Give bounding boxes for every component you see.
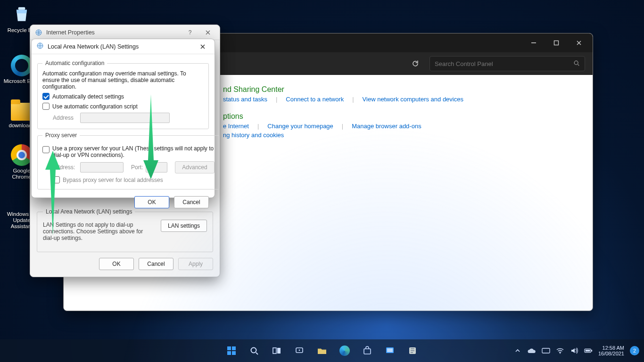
chat-button[interactable] — [290, 341, 309, 360]
address-label: Address — [53, 115, 77, 121]
auto-detect-checkbox[interactable] — [42, 93, 50, 100]
bypass-checkbox[interactable] — [53, 176, 60, 183]
ok-button[interactable]: OK — [99, 258, 134, 270]
taskbar[interactable]: 12:58 AM 16/08/2021 2 — [0, 339, 644, 362]
auto-config-legend: Automatic configuration — [42, 60, 107, 66]
proxy-port-input[interactable] — [146, 162, 167, 173]
svg-point-20 — [560, 353, 561, 354]
svg-rect-1 — [531, 42, 536, 43]
link-homepage[interactable]: Change your homepage — [267, 123, 333, 130]
svg-rect-17 — [387, 348, 393, 352]
tray-chevron-up-icon[interactable] — [513, 346, 522, 355]
proxy-address-label: Address: — [53, 164, 77, 171]
auto-detect-label: Automatically detect settings — [52, 93, 124, 100]
svg-rect-6 — [227, 346, 231, 350]
svg-point-10 — [251, 348, 256, 353]
proxy-address-input[interactable] — [80, 162, 124, 173]
section-links: ng history and cookies — [223, 132, 579, 139]
svg-rect-9 — [232, 351, 236, 355]
svg-point-3 — [574, 61, 578, 65]
svg-rect-0 — [18, 7, 25, 9]
close-button[interactable] — [201, 27, 215, 38]
desktop: Recycle Bin Microsoft Edge downloads Goo… — [0, 0, 644, 362]
explorer-button[interactable] — [313, 341, 331, 360]
globe-icon — [36, 42, 44, 51]
tray-keyboard-icon[interactable] — [542, 346, 550, 355]
tray-battery-icon[interactable] — [584, 346, 593, 355]
link-history[interactable]: ng history and cookies — [223, 132, 284, 139]
link-e-internet[interactable]: e Internet — [223, 123, 249, 130]
recycle-bin-icon — [10, 3, 33, 25]
globe-icon — [35, 29, 42, 36]
search-icon[interactable] — [573, 60, 580, 68]
tray-date: 16/08/2021 — [598, 351, 624, 356]
link-status-tasks[interactable]: status and tasks — [223, 96, 267, 103]
minimize-button[interactable] — [523, 35, 545, 50]
section-title-network[interactable]: nd Sharing Center — [223, 85, 579, 94]
port-label: Port: — [131, 164, 143, 171]
taskbar-app-1[interactable] — [380, 341, 399, 360]
help-button[interactable]: ? — [183, 27, 197, 38]
start-button[interactable] — [222, 341, 241, 360]
link-connect-net[interactable]: Connect to a network — [286, 96, 344, 103]
close-button[interactable] — [568, 35, 590, 50]
dialog-title: Internet Properties — [46, 29, 179, 36]
svg-rect-7 — [232, 346, 236, 350]
tray-time: 12:58 AM — [598, 345, 624, 351]
svg-rect-19 — [542, 348, 550, 353]
proxy-group: Proxy server Use a proxy server for your… — [37, 132, 220, 189]
taskbar-app-2[interactable] — [403, 341, 422, 360]
taskbar-center — [222, 341, 422, 360]
dialog-titlebar[interactable]: Local Area Network (LAN) Settings — [32, 39, 215, 54]
proxy-legend: Proxy server — [42, 132, 80, 139]
dialog-titlebar[interactable]: Internet Properties ? — [30, 25, 220, 40]
section-links: e Internet| Change your homepage| Manage… — [223, 123, 579, 130]
lan-group: Local Area Network (LAN) settings LAN Se… — [37, 208, 213, 252]
store-button[interactable] — [358, 341, 377, 360]
apply-button[interactable]: Apply — [178, 258, 213, 270]
lan-settings-button[interactable]: LAN settings — [161, 220, 207, 232]
cancel-button[interactable]: Cancel — [174, 196, 209, 208]
svg-rect-2 — [554, 41, 559, 45]
close-button[interactable] — [195, 41, 211, 53]
maximize-button[interactable] — [545, 35, 567, 50]
link-addons[interactable]: Manage browser add-ons — [352, 123, 421, 130]
ok-button[interactable]: OK — [134, 196, 169, 208]
windows-icon — [12, 189, 32, 209]
svg-rect-12 — [277, 348, 281, 354]
task-view-button[interactable] — [267, 341, 286, 360]
section-links: status and tasks| Connect to a network| … — [223, 96, 579, 103]
tray-onedrive-icon[interactable] — [528, 346, 536, 355]
script-address-input[interactable] — [80, 113, 170, 123]
taskbar-search-button[interactable] — [245, 341, 264, 360]
tray-wifi-icon[interactable] — [556, 346, 564, 355]
cancel-button[interactable]: Cancel — [139, 258, 173, 270]
svg-rect-8 — [227, 351, 231, 355]
tray-volume-icon[interactable] — [570, 346, 578, 355]
refresh-button[interactable] — [408, 56, 423, 71]
use-proxy-label: Use a proxy server for your LAN (These s… — [52, 145, 215, 158]
svg-rect-15 — [364, 349, 371, 354]
system-tray[interactable]: 12:58 AM 16/08/2021 2 — [513, 345, 639, 356]
link-view-devices[interactable]: View network computers and devices — [363, 96, 463, 103]
bypass-label: Bypass proxy server for local addresses — [63, 177, 163, 183]
search-box[interactable] — [429, 56, 585, 71]
search-input[interactable] — [435, 60, 573, 67]
tray-clock[interactable]: 12:58 AM 16/08/2021 — [598, 345, 624, 356]
edge-button[interactable] — [335, 341, 354, 360]
section-title-options[interactable]: ptions — [223, 112, 579, 121]
dialog-title: Local Area Network (LAN) Settings — [48, 43, 191, 50]
dialog-buttons: OK Cancel Apply — [37, 258, 213, 270]
use-script-label: Use automatic configuration script — [52, 103, 138, 110]
advanced-button[interactable]: Advanced — [175, 161, 214, 173]
auto-config-group: Automatic configuration Automatic config… — [37, 60, 209, 129]
dialog-buttons: OK Cancel — [37, 196, 209, 208]
tray-notifications-badge[interactable]: 2 — [630, 346, 639, 355]
auto-config-note: Automatic configuration may override man… — [42, 70, 204, 90]
lan-note: LAN Settings do not apply to dial-up con… — [43, 222, 154, 241]
lan-settings-dialog[interactable]: Local Area Network (LAN) Settings Automa… — [31, 39, 215, 198]
svg-rect-23 — [586, 350, 590, 352]
use-script-checkbox[interactable] — [42, 103, 50, 110]
svg-point-14 — [299, 350, 300, 351]
use-proxy-checkbox[interactable] — [42, 146, 50, 153]
